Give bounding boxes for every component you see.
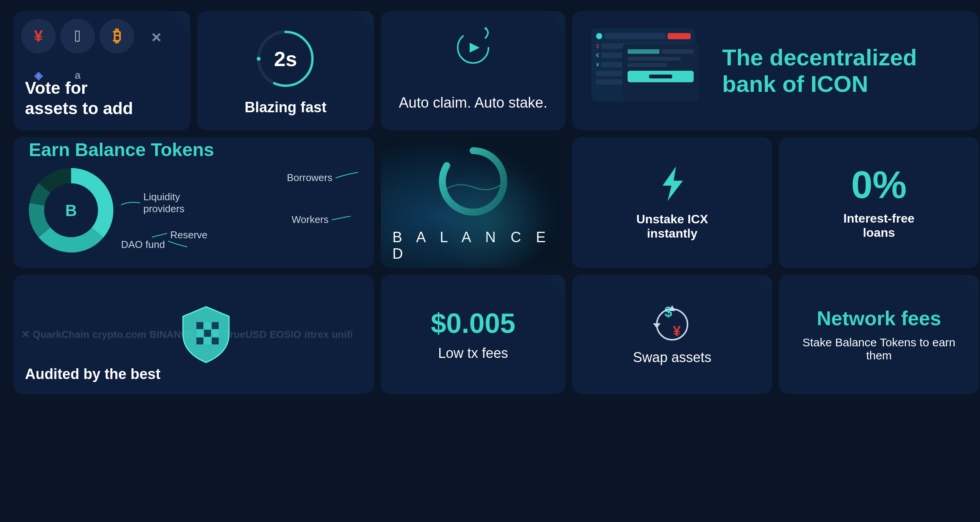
timer-circle: 2s xyxy=(253,26,318,91)
audit-logo-unifi: unifi xyxy=(332,329,353,341)
swap-label: Swap assets xyxy=(633,349,711,366)
zero-percent: 0% xyxy=(851,165,907,204)
mockup-overlay-panel xyxy=(622,44,699,101)
network-fees-subtitle: Stake Balance Tokens to earn them xyxy=(791,336,967,362)
svg-text:B: B xyxy=(65,201,77,219)
earn-title: Earn Balance Tokens xyxy=(29,139,359,160)
liquidity-label: Liquidityproviders xyxy=(143,191,184,215)
card-decentralized: $ € ¥ xyxy=(572,11,979,130)
card-earn: Earn Balance Tokens xyxy=(13,137,374,268)
audit-bottom-text: Audited by the best xyxy=(25,366,161,382)
xrp-icon: ✕ xyxy=(139,19,173,53)
borrowers-label: Borrowers xyxy=(287,172,332,184)
svg-rect-22 xyxy=(204,337,211,344)
audit-logo-ittrex: ittrex xyxy=(304,329,329,341)
audit-logo-quarkchain-text: QuarkChain xyxy=(33,329,89,341)
card-fast: 2s Blazing fast xyxy=(197,11,374,130)
main-grid: ¥  ₿ ✕ ◈ a Vote for assets to add 2s Bl… xyxy=(13,11,967,511)
svg-text:$: $ xyxy=(664,304,672,320)
lowtx-amount: $0.005 xyxy=(431,308,515,339)
decentral-inner: $ € ¥ xyxy=(591,27,960,115)
yen-icon: ¥ xyxy=(21,19,56,53)
audit-shield-icon xyxy=(175,303,237,366)
card-vote: ¥  ₿ ✕ ◈ a Vote for assets to add xyxy=(13,11,190,130)
card-network-fees: Network fees Stake Balance Tokens to ear… xyxy=(779,275,979,394)
svg-rect-19 xyxy=(204,330,211,337)
fast-label: Blazing fast xyxy=(244,99,326,116)
decentral-heading: The decentralized bank of ICON xyxy=(722,44,917,97)
currency-icons-group: ¥  ₿ ✕ ◈ a xyxy=(13,11,190,88)
auto-text: Auto claim. Auto stake. xyxy=(399,95,548,111)
audit-logo-crypto: crypto.com xyxy=(92,329,146,341)
card-audited: ✕ QuarkChain crypto.com BINANCE Mobi Tru… xyxy=(13,275,374,394)
bitcoin-icon: ₿ xyxy=(100,19,134,53)
donut-section: B Borrowers Liquidityproviders Workers xyxy=(29,168,359,253)
svg-marker-14 xyxy=(663,166,683,201)
timer-value: 2s xyxy=(274,47,297,71)
svg-rect-18 xyxy=(196,330,203,337)
vote-title: Vote for assets to add xyxy=(25,78,133,119)
card-swap-assets: $ ¥ Swap assets xyxy=(572,275,772,394)
svg-rect-16 xyxy=(204,322,211,329)
auto-icon xyxy=(452,27,494,70)
audit-logo-quarkchain: ✕ xyxy=(21,329,30,341)
ui-mockup: $ € ¥ xyxy=(591,28,707,113)
audit-logo-eosio: EOSIO xyxy=(269,329,301,341)
svg-rect-20 xyxy=(212,330,219,337)
apple-icon:  xyxy=(60,19,95,53)
card-low-tx-fees: $0.005 Low tx fees xyxy=(381,275,565,394)
svg-rect-15 xyxy=(196,322,203,329)
network-fees-title: Network fees xyxy=(817,307,941,330)
svg-rect-23 xyxy=(212,337,219,344)
svg-marker-27 xyxy=(653,323,661,328)
unstake-text: Unstake ICX instantly xyxy=(636,212,708,241)
decentral-text: The decentralized bank of ICON xyxy=(722,44,917,97)
card-balanced-logo: B A L A N C E D xyxy=(381,137,565,268)
vote-text: Vote for assets to add xyxy=(25,78,133,119)
balanced-logo-wrap: B A L A N C E D xyxy=(392,143,554,262)
interest-text: Interest-free loans xyxy=(844,211,915,240)
svg-rect-21 xyxy=(196,337,203,344)
card-interest-free: 0% Interest-free loans xyxy=(779,137,979,268)
svg-rect-17 xyxy=(212,322,219,329)
balanced-ring-svg xyxy=(435,143,512,220)
lowtx-label: Low tx fees xyxy=(438,345,508,361)
donut-chart: B xyxy=(29,168,113,253)
card-unstake: Unstake ICX instantly xyxy=(572,137,772,268)
card-auto: Auto claim. Auto stake. xyxy=(381,11,565,130)
workers-label: Workers xyxy=(292,214,329,226)
lightning-icon xyxy=(653,165,691,204)
svg-text:¥: ¥ xyxy=(673,323,681,339)
dao-label: DAO fund xyxy=(121,239,165,251)
balanced-text-logo: B A L A N C E D xyxy=(392,229,554,262)
chart-labels: Borrowers Liquidityproviders Workers Res… xyxy=(121,168,359,253)
svg-marker-4 xyxy=(470,43,480,53)
swap-icon: $ ¥ xyxy=(649,303,695,343)
